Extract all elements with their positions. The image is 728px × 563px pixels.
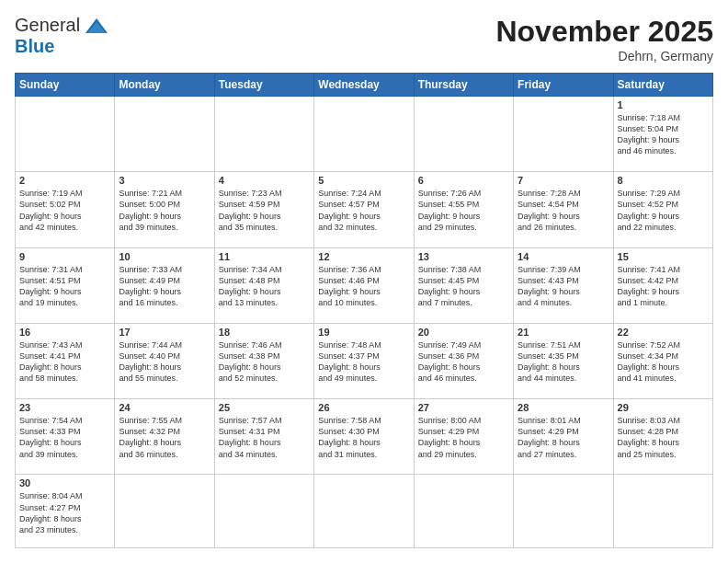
day-number: 25 bbox=[219, 402, 310, 413]
calendar-cell: 24Sunrise: 7:55 AM Sunset: 4:32 PM Dayli… bbox=[115, 399, 214, 475]
day-number: 28 bbox=[518, 402, 609, 413]
day-number: 22 bbox=[618, 327, 709, 338]
day-number: 27 bbox=[418, 402, 509, 413]
day-info: Sunrise: 7:39 AM Sunset: 4:43 PM Dayligh… bbox=[518, 264, 609, 309]
day-info: Sunrise: 7:23 AM Sunset: 4:59 PM Dayligh… bbox=[219, 188, 310, 233]
calendar-cell: 18Sunrise: 7:46 AM Sunset: 4:38 PM Dayli… bbox=[214, 323, 313, 398]
day-info: Sunrise: 7:33 AM Sunset: 4:49 PM Dayligh… bbox=[119, 264, 210, 309]
day-info: Sunrise: 7:34 AM Sunset: 4:48 PM Dayligh… bbox=[219, 264, 310, 309]
calendar-cell bbox=[214, 97, 313, 172]
day-info: Sunrise: 7:55 AM Sunset: 4:32 PM Dayligh… bbox=[119, 415, 210, 460]
day-number: 13 bbox=[418, 251, 509, 262]
calendar-cell bbox=[314, 97, 414, 172]
month-title: November 2025 bbox=[495, 15, 713, 49]
calendar-week-5: 30Sunrise: 8:04 AM Sunset: 4:27 PM Dayli… bbox=[16, 475, 713, 548]
logo-blue-text: Blue bbox=[15, 36, 54, 56]
calendar-cell: 13Sunrise: 7:38 AM Sunset: 4:45 PM Dayli… bbox=[414, 247, 513, 323]
day-info: Sunrise: 8:01 AM Sunset: 4:29 PM Dayligh… bbox=[518, 415, 609, 460]
calendar-week-2: 9Sunrise: 7:31 AM Sunset: 4:51 PM Daylig… bbox=[16, 247, 713, 323]
day-number: 15 bbox=[618, 251, 709, 262]
calendar-cell: 10Sunrise: 7:33 AM Sunset: 4:49 PM Dayli… bbox=[115, 247, 214, 323]
day-info: Sunrise: 7:41 AM Sunset: 4:42 PM Dayligh… bbox=[618, 264, 709, 309]
day-number: 26 bbox=[318, 402, 409, 413]
calendar-cell: 1Sunrise: 7:18 AM Sunset: 5:04 PM Daylig… bbox=[613, 97, 712, 172]
day-info: Sunrise: 7:19 AM Sunset: 5:02 PM Dayligh… bbox=[19, 188, 110, 233]
calendar-cell: 11Sunrise: 7:34 AM Sunset: 4:48 PM Dayli… bbox=[214, 247, 313, 323]
day-number: 5 bbox=[318, 175, 409, 186]
day-info: Sunrise: 7:46 AM Sunset: 4:38 PM Dayligh… bbox=[219, 339, 310, 385]
day-info: Sunrise: 8:04 AM Sunset: 4:27 PM Dayligh… bbox=[19, 490, 110, 535]
calendar-week-3: 16Sunrise: 7:43 AM Sunset: 4:41 PM Dayli… bbox=[16, 323, 713, 398]
calendar-cell: 25Sunrise: 7:57 AM Sunset: 4:31 PM Dayli… bbox=[214, 399, 313, 475]
header-wednesday: Wednesday bbox=[314, 74, 414, 97]
location: Dehrn, Germany bbox=[495, 49, 713, 63]
calendar-cell bbox=[115, 475, 214, 548]
day-info: Sunrise: 7:58 AM Sunset: 4:30 PM Dayligh… bbox=[318, 415, 409, 460]
calendar-cell: 5Sunrise: 7:24 AM Sunset: 4:57 PM Daylig… bbox=[314, 172, 414, 247]
calendar-table: Sunday Monday Tuesday Wednesday Thursday… bbox=[15, 73, 713, 548]
calendar-cell: 28Sunrise: 8:01 AM Sunset: 4:29 PM Dayli… bbox=[514, 399, 613, 475]
day-number: 10 bbox=[119, 251, 210, 262]
header-monday: Monday bbox=[115, 74, 214, 97]
calendar-cell: 30Sunrise: 8:04 AM Sunset: 4:27 PM Dayli… bbox=[16, 475, 115, 548]
day-info: Sunrise: 7:26 AM Sunset: 4:55 PM Dayligh… bbox=[418, 188, 509, 233]
calendar-cell: 6Sunrise: 7:26 AM Sunset: 4:55 PM Daylig… bbox=[414, 172, 513, 247]
day-number: 24 bbox=[119, 402, 210, 413]
header-saturday: Saturday bbox=[613, 74, 712, 97]
calendar-cell: 29Sunrise: 8:03 AM Sunset: 4:28 PM Dayli… bbox=[613, 399, 712, 475]
calendar-cell: 27Sunrise: 8:00 AM Sunset: 4:29 PM Dayli… bbox=[414, 399, 513, 475]
calendar-cell: 8Sunrise: 7:29 AM Sunset: 4:52 PM Daylig… bbox=[613, 172, 712, 247]
calendar-cell bbox=[613, 475, 712, 548]
calendar-week-1: 2Sunrise: 7:19 AM Sunset: 5:02 PM Daylig… bbox=[16, 172, 713, 247]
day-number: 1 bbox=[618, 99, 709, 110]
day-info: Sunrise: 7:29 AM Sunset: 4:52 PM Dayligh… bbox=[618, 188, 709, 233]
calendar-cell: 9Sunrise: 7:31 AM Sunset: 4:51 PM Daylig… bbox=[16, 247, 115, 323]
day-info: Sunrise: 7:31 AM Sunset: 4:51 PM Dayligh… bbox=[19, 264, 110, 309]
day-number: 20 bbox=[418, 327, 509, 338]
page: General Blue November 2025 Dehrn, German… bbox=[0, 0, 728, 563]
day-info: Sunrise: 7:51 AM Sunset: 4:35 PM Dayligh… bbox=[518, 339, 609, 385]
header-tuesday: Tuesday bbox=[214, 74, 313, 97]
calendar-cell: 3Sunrise: 7:21 AM Sunset: 5:00 PM Daylig… bbox=[115, 172, 214, 247]
day-number: 14 bbox=[518, 251, 609, 262]
calendar-cell: 26Sunrise: 7:58 AM Sunset: 4:30 PM Dayli… bbox=[314, 399, 414, 475]
day-info: Sunrise: 7:52 AM Sunset: 4:34 PM Dayligh… bbox=[618, 339, 709, 385]
day-info: Sunrise: 7:44 AM Sunset: 4:40 PM Dayligh… bbox=[119, 339, 210, 385]
day-info: Sunrise: 7:43 AM Sunset: 4:41 PM Dayligh… bbox=[19, 339, 110, 385]
day-number: 2 bbox=[19, 175, 110, 186]
day-number: 23 bbox=[19, 402, 110, 413]
calendar-cell bbox=[115, 97, 214, 172]
day-info: Sunrise: 7:54 AM Sunset: 4:33 PM Dayligh… bbox=[19, 415, 110, 460]
calendar-cell: 21Sunrise: 7:51 AM Sunset: 4:35 PM Dayli… bbox=[514, 323, 613, 398]
calendar-cell: 20Sunrise: 7:49 AM Sunset: 4:36 PM Dayli… bbox=[414, 323, 513, 398]
calendar-cell bbox=[414, 97, 513, 172]
logo: General Blue bbox=[15, 15, 109, 57]
calendar-cell: 22Sunrise: 7:52 AM Sunset: 4:34 PM Dayli… bbox=[613, 323, 712, 398]
calendar-cell: 14Sunrise: 7:39 AM Sunset: 4:43 PM Dayli… bbox=[514, 247, 613, 323]
header-friday: Friday bbox=[514, 74, 613, 97]
calendar-cell: 17Sunrise: 7:44 AM Sunset: 4:40 PM Dayli… bbox=[115, 323, 214, 398]
day-number: 17 bbox=[119, 327, 210, 338]
day-info: Sunrise: 7:36 AM Sunset: 4:46 PM Dayligh… bbox=[318, 264, 409, 309]
title-section: November 2025 Dehrn, Germany bbox=[495, 15, 713, 63]
calendar-week-4: 23Sunrise: 7:54 AM Sunset: 4:33 PM Dayli… bbox=[16, 399, 713, 475]
day-info: Sunrise: 7:28 AM Sunset: 4:54 PM Dayligh… bbox=[518, 188, 609, 233]
day-number: 3 bbox=[119, 175, 210, 186]
calendar-cell bbox=[16, 97, 115, 172]
calendar-cell bbox=[414, 475, 513, 548]
day-number: 12 bbox=[318, 251, 409, 262]
weekday-header-row: Sunday Monday Tuesday Wednesday Thursday… bbox=[16, 74, 713, 97]
calendar-cell bbox=[214, 475, 313, 548]
day-number: 4 bbox=[219, 175, 310, 186]
calendar-cell: 15Sunrise: 7:41 AM Sunset: 4:42 PM Dayli… bbox=[613, 247, 712, 323]
logo-general-text: General bbox=[15, 15, 80, 36]
header: General Blue November 2025 Dehrn, German… bbox=[15, 15, 713, 63]
calendar-cell: 16Sunrise: 7:43 AM Sunset: 4:41 PM Dayli… bbox=[16, 323, 115, 398]
day-number: 7 bbox=[518, 175, 609, 186]
calendar-cell: 19Sunrise: 7:48 AM Sunset: 4:37 PM Dayli… bbox=[314, 323, 414, 398]
day-info: Sunrise: 8:03 AM Sunset: 4:28 PM Dayligh… bbox=[618, 415, 709, 460]
calendar-cell: 4Sunrise: 7:23 AM Sunset: 4:59 PM Daylig… bbox=[214, 172, 313, 247]
header-thursday: Thursday bbox=[414, 74, 513, 97]
calendar-cell: 2Sunrise: 7:19 AM Sunset: 5:02 PM Daylig… bbox=[16, 172, 115, 247]
day-number: 6 bbox=[418, 175, 509, 186]
